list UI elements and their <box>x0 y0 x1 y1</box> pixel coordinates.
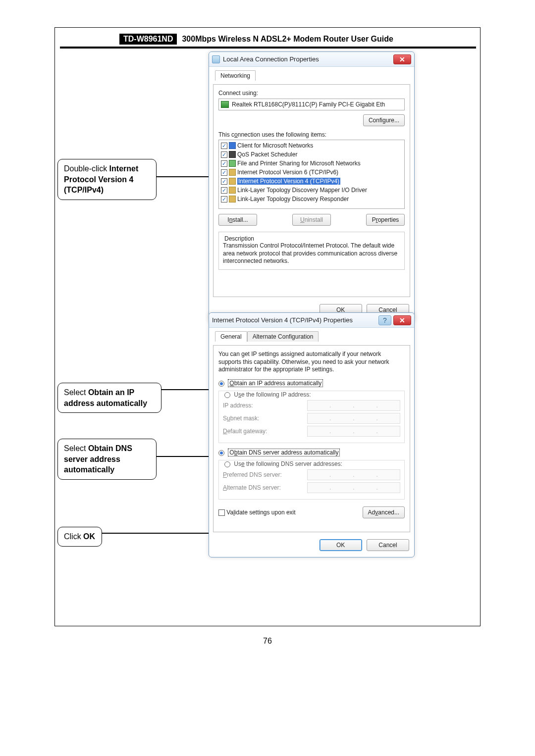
doc-header: TD-W8961ND 300Mbps Wireless N ADSL2+ Mod… <box>119 34 417 45</box>
callout-obtain-dns: Select Obtain DNS server address automat… <box>57 439 157 480</box>
checkbox-icon[interactable]: ✓ <box>221 196 227 202</box>
list-item[interactable]: ✓Internet Protocol Version 4 (TCP/IPv4) <box>220 177 403 186</box>
subnet-label: Subnet mask: <box>223 415 307 422</box>
dialog-title: Local Area Connection Properties <box>223 55 393 63</box>
pref-dns-label: Preferred DNS server: <box>223 471 307 478</box>
page-frame: TD-W8961ND 300Mbps Wireless N ADSL2+ Mod… <box>54 27 481 626</box>
protocol-icon <box>229 187 236 194</box>
subnet-field: ... <box>307 413 400 424</box>
callout-text: Click <box>64 532 83 541</box>
adapter-icon <box>221 101 229 108</box>
model-badge: TD-W8961ND <box>119 34 177 45</box>
radio-icon <box>218 450 224 456</box>
cancel-button[interactable]: Cancel <box>367 539 409 551</box>
checkbox-icon[interactable]: ✓ <box>221 187 227 194</box>
window-icon <box>212 55 220 63</box>
file-share-icon <box>229 160 236 167</box>
checkbox-icon[interactable]: ✓ <box>221 143 227 149</box>
qos-icon <box>229 151 236 158</box>
adapter-name: Realtek RTL8168C(P)/8111C(P) Family PCI-… <box>232 101 385 108</box>
tab-content: You can get IP settings assigned automat… <box>213 345 410 532</box>
callout-click-ok: Click OK <box>57 527 102 547</box>
use-dns-fieldset: Use the following DNS server addresses: … <box>218 460 405 500</box>
items-label: This connection uses the following items… <box>218 131 405 138</box>
ipv4-properties-dialog: Internet Protocol Version 4 (TCP/IPv4) P… <box>209 312 415 557</box>
titlebar: Local Area Connection Properties ✕ <box>209 52 414 67</box>
ok-button[interactable]: OK <box>320 539 362 551</box>
radio-obtain-ip[interactable]: Obtain an IP address automatically <box>218 380 405 387</box>
checkbox-icon[interactable]: ✓ <box>221 178 227 185</box>
advanced-button[interactable]: Advanced... <box>363 506 405 518</box>
protocol-icon <box>229 178 236 185</box>
description-fieldset: Description Transmission Control Protoco… <box>218 232 405 270</box>
uninstall-button[interactable]: Uninstall <box>292 214 331 226</box>
list-item[interactable]: ✓QoS Packet Scheduler <box>220 150 403 159</box>
connection-items-list[interactable]: ✓Client for Microsoft Networks ✓QoS Pack… <box>218 140 405 209</box>
callout-text: Select <box>64 444 88 453</box>
client-icon <box>229 142 236 149</box>
intro-text: You can get IP settings assigned automat… <box>218 351 405 374</box>
help-button[interactable]: ? <box>378 315 391 325</box>
item-label: Client for Microsoft Networks <box>237 142 313 149</box>
item-label: QoS Packet Scheduler <box>237 151 297 158</box>
list-item[interactable]: ✓Link-Layer Topology Discovery Responder <box>220 195 403 203</box>
radio-use-ip[interactable] <box>224 392 230 398</box>
gateway-field: ... <box>307 426 400 437</box>
local-area-connection-dialog: Local Area Connection Properties ✕ Netwo… <box>209 51 415 322</box>
item-label-selected: Internet Protocol Version 4 (TCP/IPv4) <box>237 178 340 185</box>
configure-button[interactable]: Configure... <box>363 114 405 126</box>
alt-dns-label: Alternate DNS server: <box>223 484 307 491</box>
close-button[interactable]: ✕ <box>393 54 411 64</box>
item-label: Link-Layer Topology Discovery Responder <box>237 196 349 202</box>
list-item[interactable]: ✓Link-Layer Topology Discovery Mapper I/… <box>220 186 403 195</box>
list-item[interactable]: ✓File and Printer Sharing for Microsoft … <box>220 159 403 168</box>
item-label: Link-Layer Topology Discovery Mapper I/O… <box>237 187 367 194</box>
titlebar: Internet Protocol Version 4 (TCP/IPv4) P… <box>209 313 414 328</box>
close-button[interactable]: ✕ <box>393 315 411 325</box>
pref-dns-field: ... <box>307 469 400 480</box>
alt-dns-field: ... <box>307 482 400 493</box>
dialog-title: Internet Protocol Version 4 (TCP/IPv4) P… <box>212 316 378 324</box>
tab-networking[interactable]: Networking <box>215 70 256 81</box>
protocol-icon <box>229 169 236 176</box>
tab-alternate-config[interactable]: Alternate Configuration <box>247 331 319 342</box>
checkbox-icon[interactable]: ✓ <box>221 169 227 176</box>
radio-use-dns[interactable] <box>224 461 230 467</box>
doc-title: 300Mbps Wireless N ADSL2+ Modem Router U… <box>182 35 393 44</box>
radio-icon <box>218 381 224 387</box>
tab-general[interactable]: General <box>215 331 247 342</box>
list-item[interactable]: ✓Client for Microsoft Networks <box>220 141 403 150</box>
item-label: File and Printer Sharing for Microsoft N… <box>237 160 361 167</box>
callout-text: Double-click <box>64 164 109 173</box>
list-item[interactable]: ✓Internet Protocol Version 6 (TCP/IPv6) <box>220 168 403 177</box>
checkbox-icon[interactable]: ✓ <box>221 151 227 158</box>
gateway-label: Default gateway: <box>223 428 307 435</box>
ip-address-field: ... <box>307 400 400 411</box>
ip-address-label: IP address: <box>223 402 307 409</box>
page-number: 76 <box>263 637 272 646</box>
item-label: Internet Protocol Version 6 (TCP/IPv6) <box>237 169 338 176</box>
use-ip-fieldset: Use the following IP address: IP address… <box>218 391 405 443</box>
connect-using-label: Connect using: <box>218 90 405 97</box>
checkbox-icon <box>218 509 225 516</box>
validate-checkbox[interactable]: Validate settings upon exit <box>218 508 296 516</box>
checkbox-icon[interactable]: ✓ <box>221 160 227 167</box>
adapter-field: Realtek RTL8168C(P)/8111C(P) Family PCI-… <box>218 99 405 110</box>
install-button[interactable]: Install... <box>218 214 257 226</box>
header-underline <box>60 47 476 49</box>
callout-tcpip: Double-click Internet Protocol Version 4… <box>57 159 157 200</box>
description-legend: Description <box>223 235 256 242</box>
tab-content: Connect using: Realtek RTL8168C(P)/8111C… <box>213 84 410 297</box>
description-text: Transmission Control Protocol/Internet P… <box>223 242 400 265</box>
radio-obtain-dns[interactable]: Obtain DNS server address automatically <box>218 449 405 456</box>
properties-button[interactable]: Properties <box>366 214 405 226</box>
protocol-icon <box>229 196 236 202</box>
callout-obtain-ip: Select Obtain an IP address automaticall… <box>57 383 161 413</box>
callout-bold: OK <box>83 532 95 541</box>
callout-text: Select <box>64 388 88 397</box>
